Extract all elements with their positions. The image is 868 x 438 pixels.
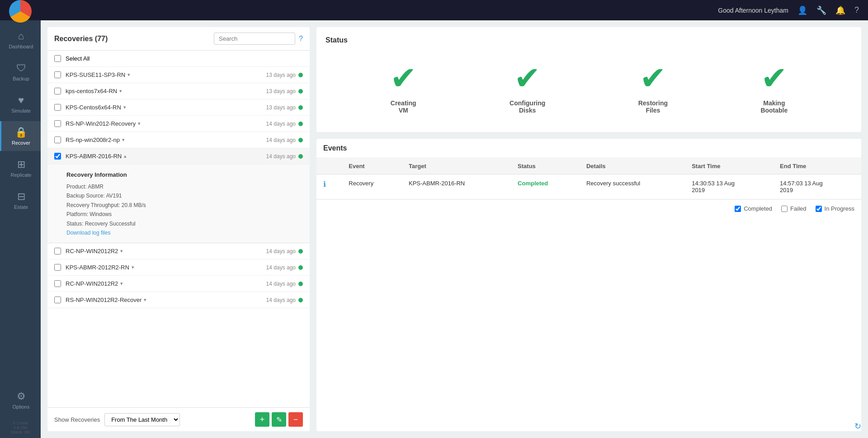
legend-in-progress: In Progress bbox=[816, 205, 854, 212]
chevron-down-icon: ▾ bbox=[120, 281, 123, 287]
sidebar-item-options[interactable]: ⚙ Options bbox=[0, 385, 41, 415]
row-checkbox[interactable] bbox=[54, 248, 61, 254]
list-item[interactable]: RC-NP-WIN2012R2 ▾ 14 days ago bbox=[47, 276, 310, 292]
recovery-name: kps-centos7x64-RN ▾ bbox=[66, 88, 262, 94]
completed-checkbox[interactable] bbox=[735, 206, 741, 212]
chevron-down-icon: ▾ bbox=[120, 248, 123, 254]
panel-footer: Show Recoveries From The Last Month From… bbox=[47, 407, 310, 431]
checkmark-icon: ✔ bbox=[390, 62, 417, 94]
end-time-cell: 14:57:03 13 Aug2019 bbox=[773, 174, 861, 199]
target-cell: KPS-ABMR-2016-RN bbox=[402, 174, 511, 199]
detail-product: Product: ABMR bbox=[66, 182, 303, 191]
user-icon[interactable]: 👤 bbox=[797, 5, 807, 15]
list-item[interactable]: KPS-ABMR-2012R2-RN ▾ 14 days ago bbox=[47, 259, 310, 276]
edit-recovery-button[interactable]: ✎ bbox=[272, 412, 286, 427]
list-item[interactable]: RS-NP-WIN2012R2-Recover ▾ 14 days ago bbox=[47, 292, 310, 308]
bell-icon[interactable]: 🔔 bbox=[835, 5, 845, 15]
filter-select[interactable]: From The Last Month From The Last Week A… bbox=[104, 413, 180, 426]
recovery-meta: 14 days ago bbox=[266, 297, 303, 303]
step-label: RestoringFiles bbox=[638, 99, 668, 114]
select-all-checkbox[interactable] bbox=[54, 55, 61, 62]
col-status: Status bbox=[511, 158, 580, 174]
chevron-down-icon: ▾ bbox=[138, 121, 141, 127]
list-item[interactable]: KPS-SUSE11-SP3-RN ▾ 13 days ago bbox=[47, 67, 310, 83]
recovery-meta: 13 days ago bbox=[266, 104, 303, 111]
status-dot bbox=[298, 249, 303, 254]
recovery-meta: 13 days ago bbox=[266, 72, 303, 78]
sidebar-item-label: Dashboard bbox=[9, 44, 33, 49]
help-icon[interactable]: ? bbox=[854, 5, 859, 15]
sidebar-item-label: Estate bbox=[14, 204, 28, 210]
row-checkbox[interactable] bbox=[54, 264, 61, 271]
recovery-name: RC-NP-WIN2012R2 ▾ bbox=[66, 248, 262, 254]
recovery-name: KPS-ABMR-2012R2-RN ▾ bbox=[66, 264, 262, 271]
row-checkbox[interactable] bbox=[54, 137, 61, 143]
list-item[interactable]: KPS-Centos6x64-RN ▾ 13 days ago bbox=[47, 99, 310, 116]
main-container: ⌂ Dashboard 🛡 Backup ♥ Simulate 🔒 Recove… bbox=[0, 20, 868, 438]
status-dot bbox=[298, 89, 303, 94]
status-step-creating-vm: ✔ CreatingVM bbox=[390, 62, 417, 114]
list-item[interactable]: RC-NP-WIN2012R2 ▾ 14 days ago bbox=[47, 243, 310, 259]
list-item[interactable]: RS-np-win2008r2-np ▾ 14 days ago bbox=[47, 132, 310, 148]
step-label: CreatingVM bbox=[391, 99, 416, 114]
wrench-icon[interactable]: 🔧 bbox=[816, 5, 826, 15]
status-dot bbox=[298, 122, 303, 126]
refresh-icon[interactable]: ↻ bbox=[854, 421, 861, 431]
row-checkbox[interactable] bbox=[54, 297, 61, 303]
help-icon[interactable]: ? bbox=[299, 35, 303, 43]
detail-platform: Platform: Windows bbox=[66, 210, 303, 219]
chevron-down-icon: ▾ bbox=[123, 104, 126, 110]
status-panel: Status ✔ CreatingVM ✔ ConfiguringDisks ✔… bbox=[316, 27, 861, 132]
col-target: Target bbox=[402, 158, 511, 174]
recovery-name: KPS-SUSE11-SP3-RN ▾ bbox=[66, 71, 262, 78]
download-log-link[interactable]: Download log files bbox=[66, 230, 110, 236]
legend-failed: Failed bbox=[781, 205, 806, 212]
recover-icon: 🔒 bbox=[15, 127, 27, 138]
recovery-detail: Recovery Information Product: ABMR Backu… bbox=[47, 165, 310, 243]
sidebar: ⌂ Dashboard 🛡 Backup ♥ Simulate 🔒 Recove… bbox=[0, 20, 41, 438]
replicate-icon: ⊞ bbox=[17, 159, 25, 170]
recovery-name: RS-NP-WIN2012R2-Recover ▾ bbox=[66, 297, 262, 303]
show-recoveries-label: Show Recoveries bbox=[54, 416, 100, 423]
right-panel: Status ✔ CreatingVM ✔ ConfiguringDisks ✔… bbox=[316, 27, 861, 431]
status-dot bbox=[298, 282, 303, 286]
sidebar-item-label: Simulate bbox=[11, 108, 31, 113]
sidebar-item-replicate[interactable]: ⊞ Replicate bbox=[0, 153, 41, 183]
failed-checkbox[interactable] bbox=[781, 206, 788, 212]
delete-recovery-button[interactable]: − bbox=[288, 412, 303, 427]
status-dot bbox=[298, 298, 303, 302]
col-event: Event bbox=[342, 158, 402, 174]
row-checkbox[interactable] bbox=[54, 71, 61, 78]
info-icon: ℹ bbox=[323, 180, 326, 188]
details-cell: Recovery successful bbox=[580, 174, 685, 199]
chevron-down-icon: ▾ bbox=[144, 297, 146, 303]
checkmark-icon: ✔ bbox=[640, 62, 666, 94]
sidebar-item-label: Recover bbox=[12, 140, 30, 146]
list-item-expanded[interactable]: KPS-ABMR-2016-RN ▴ 14 days ago bbox=[47, 148, 310, 165]
sidebar-item-dashboard[interactable]: ⌂ Dashboard bbox=[0, 25, 41, 55]
copyright: © Cristie 2.8-290 Status: OK bbox=[8, 417, 33, 438]
add-recovery-button[interactable]: + bbox=[255, 412, 269, 427]
sidebar-item-recover[interactable]: 🔒 Recover bbox=[0, 121, 41, 151]
sidebar-item-label: Replicate bbox=[11, 172, 32, 178]
sidebar-item-estate[interactable]: ⊟ Estate bbox=[0, 185, 41, 215]
row-checkbox[interactable] bbox=[54, 280, 61, 287]
recovery-name: KPS-ABMR-2016-RN ▴ bbox=[66, 153, 262, 160]
dashboard-icon: ⌂ bbox=[18, 30, 24, 42]
list-item[interactable]: RS-NP-Win2012-Recovery ▾ 14 days ago bbox=[47, 116, 310, 132]
start-time-cell: 14:30:53 13 Aug2019 bbox=[685, 174, 773, 199]
list-item[interactable]: kps-centos7x64-RN ▾ 13 days ago bbox=[47, 83, 310, 99]
sidebar-item-backup[interactable]: 🛡 Backup bbox=[0, 57, 41, 87]
select-all-row[interactable]: Select All bbox=[47, 51, 310, 67]
search-input[interactable] bbox=[214, 33, 295, 45]
failed-label: Failed bbox=[790, 205, 806, 212]
in-progress-checkbox[interactable] bbox=[816, 206, 822, 212]
row-checkbox[interactable] bbox=[54, 104, 61, 111]
action-buttons: + ✎ − bbox=[255, 412, 303, 427]
sidebar-item-label: Backup bbox=[13, 76, 29, 81]
sidebar-item-simulate[interactable]: ♥ Simulate bbox=[0, 89, 41, 119]
row-checkbox[interactable] bbox=[54, 120, 61, 127]
row-checkbox[interactable] bbox=[54, 153, 61, 160]
row-checkbox[interactable] bbox=[54, 88, 61, 94]
recovery-name: RC-NP-WIN2012R2 ▾ bbox=[66, 280, 262, 287]
